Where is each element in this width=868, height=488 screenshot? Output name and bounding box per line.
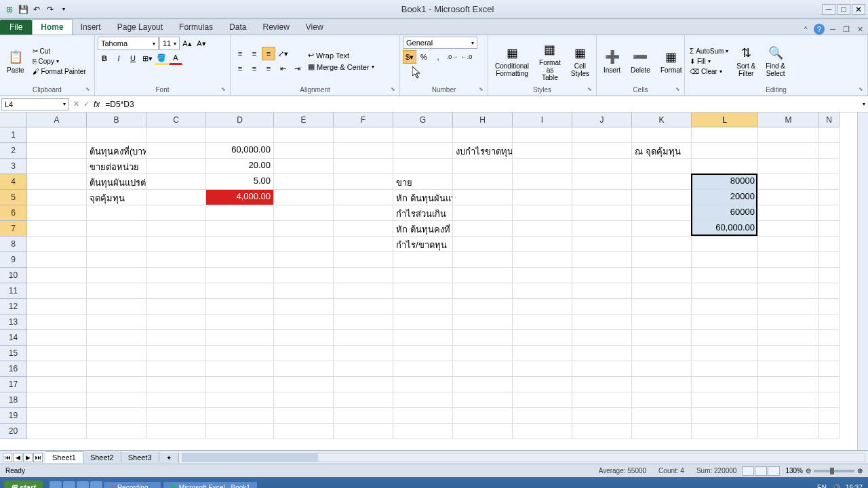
column-header-D[interactable]: D [206, 113, 274, 127]
minimize-button[interactable]: ─ [822, 4, 835, 15]
cell-A12[interactable] [27, 299, 87, 314]
cell-H13[interactable] [453, 314, 513, 330]
cell-A8[interactable] [27, 237, 87, 252]
spreadsheet-grid[interactable]: ABCDEFGHIJKLMN 1234567891011121314151617… [0, 113, 868, 450]
cell-J3[interactable] [572, 159, 632, 174]
cell-A14[interactable] [27, 330, 87, 346]
insert-tab[interactable]: Insert [73, 20, 109, 35]
data-tab[interactable]: Data [221, 20, 254, 35]
cell-I15[interactable] [513, 346, 572, 361]
normal-view-button[interactable] [742, 466, 754, 476]
fill-color-icon[interactable]: 🪣 [155, 52, 168, 65]
cell-G5[interactable]: หัก ต้นทุนผันแปร [393, 190, 453, 205]
cell-J9[interactable] [572, 252, 632, 268]
redo-icon[interactable]: ↷ [45, 4, 56, 15]
cell-D7[interactable] [206, 221, 274, 237]
cell-G12[interactable] [393, 299, 453, 314]
cell-M11[interactable] [758, 283, 819, 299]
increase-decimal-icon[interactable]: .0→ [446, 50, 459, 64]
formula-input[interactable] [104, 98, 857, 110]
enter-icon[interactable]: ✓ [83, 100, 90, 108]
cell-A7[interactable] [27, 221, 87, 237]
cell-E5[interactable] [274, 190, 334, 205]
cell-G1[interactable] [393, 127, 453, 143]
cell-E15[interactable] [274, 346, 334, 361]
row-header-17[interactable]: 17 [0, 377, 27, 392]
zoom-in-button[interactable]: ⊕ [857, 467, 863, 474]
close-button[interactable]: ✕ [852, 4, 865, 15]
cell-E2[interactable] [274, 143, 334, 159]
wrap-text-button[interactable]: ↩Wrap Text [306, 50, 376, 60]
cell-A5[interactable] [27, 190, 87, 205]
cell-D19[interactable] [206, 408, 274, 424]
prev-sheet-button[interactable]: ◀ [13, 453, 22, 462]
cell-J16[interactable] [572, 361, 632, 377]
help-icon[interactable]: ? [814, 24, 825, 35]
cell-H15[interactable] [453, 346, 513, 361]
cell-F11[interactable] [334, 283, 393, 299]
align-bottom-icon[interactable]: ≡ [262, 47, 275, 60]
cell-M15[interactable] [758, 346, 819, 361]
cell-M19[interactable] [758, 408, 819, 424]
column-header-I[interactable]: I [513, 113, 572, 127]
quick-launch-icon[interactable] [90, 481, 102, 488]
cell-J15[interactable] [572, 346, 632, 361]
cell-A17[interactable] [27, 377, 87, 392]
cell-L18[interactable] [692, 392, 758, 408]
format-as-table-button[interactable]: ▦Format as Table [535, 40, 565, 83]
align-left-icon[interactable]: ≡ [233, 62, 247, 75]
cell-B17[interactable] [87, 377, 146, 392]
cell-L20[interactable] [692, 424, 758, 439]
cell-N14[interactable] [819, 330, 840, 346]
cell-F20[interactable] [334, 424, 393, 439]
customize-qat-icon[interactable]: ▾ [58, 4, 69, 15]
cell-C15[interactable] [146, 346, 206, 361]
name-box[interactable]: L4▾ [1, 98, 69, 110]
align-top-icon[interactable]: ≡ [233, 47, 247, 60]
cell-M5[interactable] [758, 190, 819, 205]
cell-D10[interactable] [206, 268, 274, 283]
row-header-15[interactable]: 15 [0, 346, 27, 361]
cell-H2[interactable]: งบกำไรขาดทุน(วิธีต้นทุนผันแปร) [453, 143, 513, 159]
cell-F14[interactable] [334, 330, 393, 346]
bold-icon[interactable]: B [98, 52, 111, 65]
cell-C5[interactable] [146, 190, 206, 205]
cell-B3[interactable]: ขายต่อหน่วย [87, 159, 146, 174]
cell-E1[interactable] [274, 127, 334, 143]
cell-F13[interactable] [334, 314, 393, 330]
zoom-out-button[interactable]: ⊖ [806, 467, 811, 474]
cell-L5[interactable]: 20000 [692, 190, 758, 205]
cell-K18[interactable] [632, 392, 692, 408]
cell-M8[interactable] [758, 237, 819, 252]
cell-G9[interactable] [393, 252, 453, 268]
cell-N13[interactable] [819, 314, 840, 330]
cell-D14[interactable] [206, 330, 274, 346]
cell-I18[interactable] [513, 392, 572, 408]
row-header-16[interactable]: 16 [0, 361, 27, 377]
format-cells-button[interactable]: ▦Format [656, 47, 686, 75]
cell-N2[interactable] [819, 143, 840, 159]
cell-C3[interactable] [146, 159, 206, 174]
expand-formula-icon[interactable]: ▾ [860, 101, 868, 107]
align-right-icon[interactable]: ≡ [262, 62, 275, 75]
cell-N9[interactable] [819, 252, 840, 268]
column-header-A[interactable]: A [27, 113, 87, 127]
cell-N12[interactable] [819, 299, 840, 314]
cell-C4[interactable] [146, 174, 206, 190]
maximize-button[interactable]: □ [837, 4, 850, 15]
column-header-H[interactable]: H [453, 113, 513, 127]
align-middle-icon[interactable]: ≡ [248, 47, 261, 60]
cell-L4[interactable]: 80000 [692, 174, 758, 190]
cell-M6[interactable] [758, 205, 819, 221]
cell-D3[interactable]: 20.00 [206, 159, 274, 174]
sheet1-tab[interactable]: Sheet1 [45, 451, 83, 463]
cell-B12[interactable] [87, 299, 146, 314]
cell-D13[interactable] [206, 314, 274, 330]
cell-F15[interactable] [334, 346, 393, 361]
delete-cells-button[interactable]: ➖Delete [627, 47, 654, 75]
horizontal-scrollbar[interactable] [182, 453, 865, 462]
cell-D6[interactable] [206, 205, 274, 221]
row-header-18[interactable]: 18 [0, 392, 27, 408]
cell-I14[interactable] [513, 330, 572, 346]
cell-I11[interactable] [513, 283, 572, 299]
